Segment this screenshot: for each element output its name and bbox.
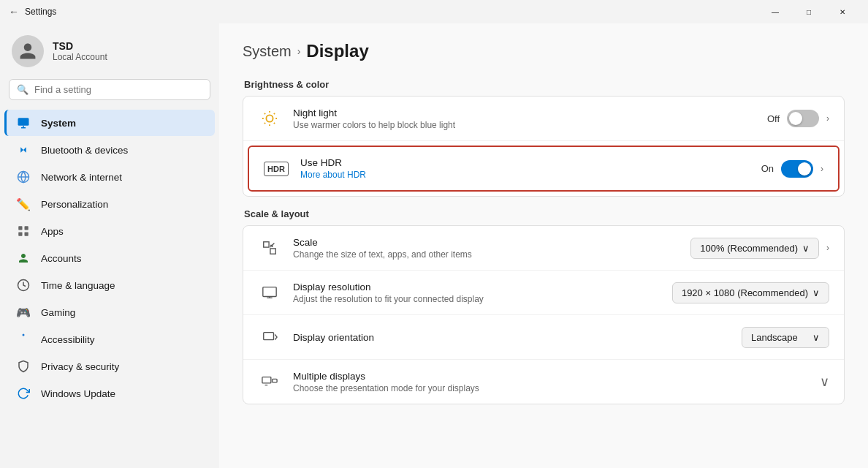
svg-rect-7 [25, 233, 28, 236]
sidebar-item-update[interactable]: Windows Update [4, 380, 215, 407]
orientation-text: Display orientation [293, 332, 730, 343]
app-title: Settings [25, 7, 56, 17]
resolution-control: 1920 × 1080 (Recommended) ∨ [672, 282, 829, 303]
sidebar-item-network[interactable]: Network & internet [4, 164, 215, 190]
hdr-toggle[interactable] [781, 160, 813, 178]
hdr-row[interactable]: HDR Use HDR More about HDR On › [248, 146, 840, 192]
scale-card: Scale Change the size of text, apps, and… [243, 225, 845, 404]
hdr-control: On › [761, 160, 823, 178]
multiple-displays-expand-icon: ∨ [820, 374, 829, 390]
night-light-control: Off › [767, 110, 829, 127]
sidebar-item-label-privacy: Privacy & security [41, 361, 119, 372]
scale-row[interactable]: Scale Change the size of text, apps, and… [243, 226, 844, 271]
back-button[interactable]: ← [9, 6, 19, 18]
sidebar-item-accessibility[interactable]: Accessibility [4, 326, 215, 352]
hdr-toggle-label: On [761, 163, 774, 174]
privacy-icon [16, 359, 31, 374]
svg-rect-19 [264, 242, 269, 247]
search-input[interactable] [34, 84, 202, 95]
update-icon [16, 386, 31, 401]
scale-text: Scale Change the size of text, apps, and… [293, 237, 679, 260]
sidebar-item-personalization[interactable]: ✏️ Personalization [4, 191, 215, 217]
sidebar-item-label-system: System [41, 118, 76, 129]
scale-control: 100% (Recommended) ∨ › [690, 238, 829, 259]
sidebar-item-accounts[interactable]: Accounts [4, 245, 215, 271]
sidebar-item-label-apps: Apps [41, 226, 64, 237]
multiple-displays-text: Multiple displays Choose the presentatio… [293, 371, 808, 393]
orientation-title: Display orientation [293, 332, 730, 343]
sidebar-item-bluetooth[interactable]: Bluetooth & devices [4, 137, 215, 163]
time-icon [16, 278, 31, 292]
orientation-dropdown-value: Landscape [751, 332, 798, 343]
scale-subtitle: Change the size of text, apps, and other… [293, 249, 679, 260]
svg-rect-20 [270, 249, 275, 254]
scale-dropdown-value: 100% (Recommended) [700, 243, 798, 254]
accessibility-icon [16, 332, 31, 347]
hdr-chevron-icon: › [821, 164, 823, 174]
svg-rect-25 [262, 377, 271, 383]
personalization-icon: ✏️ [16, 197, 31, 211]
sidebar-item-system[interactable]: System [4, 110, 215, 136]
orientation-row[interactable]: Display orientation Landscape ∨ [243, 315, 844, 360]
sidebar-item-gaming[interactable]: 🎮 Gaming [4, 299, 215, 325]
scale-title: Scale [293, 237, 679, 248]
hdr-icon-text: HDR [267, 165, 285, 173]
user-info: TSD Local Account [53, 40, 107, 62]
sidebar-item-time[interactable]: Time & language [4, 272, 215, 298]
hdr-toggle-thumb [798, 162, 811, 176]
svg-rect-24 [264, 333, 274, 340]
bluetooth-icon [16, 143, 31, 157]
user-section[interactable]: TSD Local Account [0, 23, 219, 76]
svg-rect-4 [18, 226, 22, 230]
hdr-text: Use HDR More about HDR [300, 157, 750, 180]
sidebar-item-apps[interactable]: Apps [4, 218, 215, 244]
resolution-dropdown[interactable]: 1920 × 1080 (Recommended) ∨ [672, 282, 829, 303]
night-light-title: Night light [293, 107, 755, 118]
resolution-row[interactable]: Display resolution Adjust the resolution… [243, 271, 844, 315]
resolution-text: Display resolution Adjust the resolution… [293, 282, 660, 304]
hdr-title: Use HDR [300, 157, 750, 168]
multiple-displays-row[interactable]: Multiple displays Choose the presentatio… [243, 360, 844, 404]
apps-icon [16, 224, 31, 238]
section-label-brightness: Brightness & color [243, 79, 845, 90]
breadcrumb-chevron-icon: › [297, 45, 301, 57]
night-light-row[interactable]: Night light Use warmer colors to help bl… [243, 97, 844, 141]
resolution-dropdown-value: 1920 × 1080 (Recommended) [682, 287, 808, 298]
sidebar-item-label-gaming: Gaming [41, 307, 75, 318]
minimize-button[interactable]: — [758, 0, 792, 23]
user-sub: Local Account [53, 52, 107, 62]
maximize-button[interactable]: □ [792, 0, 826, 23]
night-light-toggle[interactable] [787, 110, 819, 127]
system-icon [16, 116, 31, 130]
sidebar-item-label-personalization: Personalization [41, 199, 108, 210]
sidebar-item-label-accounts: Accounts [41, 253, 82, 264]
sidebar-item-label-network: Network & internet [41, 172, 122, 183]
breadcrumb-current: Display [306, 41, 368, 61]
app-body: TSD Local Account 🔍 System Bluetooth & d… [0, 23, 868, 468]
accounts-icon [16, 251, 31, 265]
night-light-chevron-icon: › [826, 113, 829, 124]
multiple-displays-icon [258, 370, 281, 393]
sidebar-item-label-update: Windows Update [41, 388, 115, 399]
resolution-title: Display resolution [293, 282, 660, 292]
multiple-displays-subtitle: Choose the presentation mode for your di… [293, 383, 808, 393]
close-button[interactable]: ✕ [826, 0, 859, 23]
sidebar: TSD Local Account 🔍 System Bluetooth & d… [0, 23, 219, 468]
user-name: TSD [53, 40, 107, 52]
titlebar: ← Settings — □ ✕ [0, 0, 868, 23]
section-label-scale: Scale & layout [243, 208, 845, 219]
sidebar-item-privacy[interactable]: Privacy & security [4, 353, 215, 380]
svg-line-18 [274, 113, 275, 114]
svg-rect-6 [18, 233, 22, 236]
hdr-link[interactable]: More about HDR [300, 170, 750, 180]
scale-dropdown-chevron-icon: ∨ [802, 243, 810, 254]
orientation-dropdown[interactable]: Landscape ∨ [742, 327, 829, 348]
sidebar-item-label-time: Time & language [41, 280, 115, 291]
svg-line-17 [264, 123, 265, 124]
scale-dropdown[interactable]: 100% (Recommended) ∨ [690, 238, 819, 259]
svg-line-14 [274, 123, 275, 124]
svg-rect-21 [263, 287, 276, 297]
night-light-subtitle: Use warmer colors to help block blue lig… [293, 120, 755, 130]
search-box[interactable]: 🔍 [9, 79, 210, 100]
breadcrumb-parent[interactable]: System [243, 43, 292, 60]
